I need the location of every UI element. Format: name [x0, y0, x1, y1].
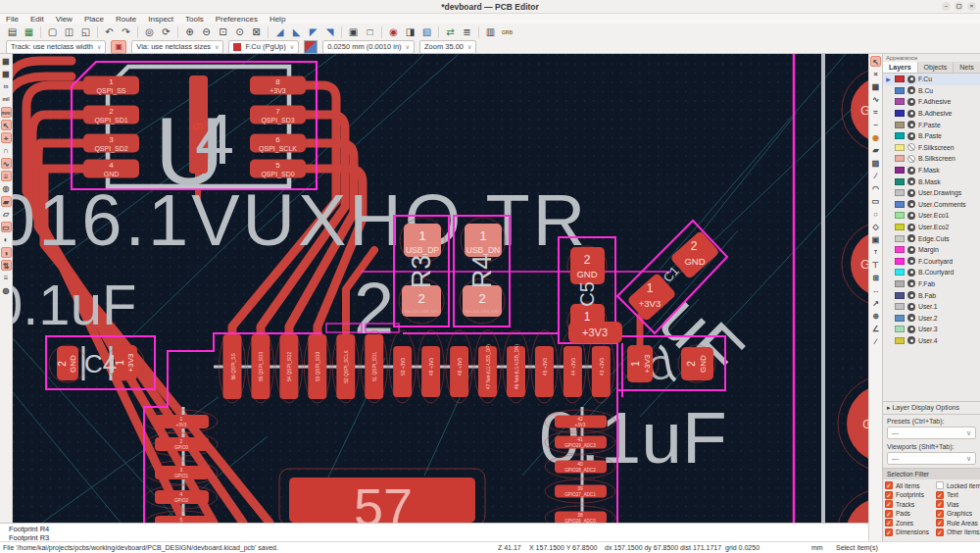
layer-row-user.4[interactable]: User.4 — [883, 335, 980, 347]
drc-icon[interactable]: ◉ — [386, 25, 401, 39]
properties-panel-icon[interactable]: ≡ — [1, 273, 12, 283]
layer-color-swatch[interactable] — [895, 337, 905, 344]
visibility-eye-icon[interactable] — [907, 167, 915, 175]
layer-color-swatch[interactable] — [895, 87, 905, 94]
search-panel-icon[interactable]: ◍ — [1, 285, 12, 296]
menu-file[interactable]: File — [0, 15, 24, 24]
layer-row-margin[interactable]: Margin — [883, 244, 980, 256]
layer-manager-icon[interactable]: ▥ — [483, 25, 498, 39]
ratsnest-visibility-icon[interactable]: ∩ — [1, 145, 12, 156]
draw-rect-icon[interactable]: ▭ — [870, 196, 881, 207]
layer-row-b.fab[interactable]: B.Fab — [883, 289, 980, 301]
layer-row-user.eco2[interactable]: User.Eco2 — [883, 222, 980, 233]
layer-row-f.adhesive[interactable]: F.Adhesive — [883, 96, 980, 108]
visibility-eye-icon[interactable] — [907, 291, 915, 299]
dimension-icon[interactable]: ↔ — [870, 285, 881, 296]
visibility-eye-icon[interactable] — [907, 303, 915, 311]
page-settings-icon[interactable]: ▢ — [45, 25, 60, 39]
pad-outline-icon[interactable]: ▭ — [1, 222, 12, 232]
layer-color-swatch[interactable] — [895, 303, 905, 310]
3d-viewer-icon[interactable]: ▧ — [419, 25, 434, 39]
checkbox-checked-icon[interactable]: ✓ — [936, 510, 944, 518]
layer-color-swatch[interactable] — [895, 132, 905, 139]
layer-row-f.courtyard[interactable]: F.Courtyard — [883, 256, 980, 268]
script-console-icon[interactable]: ≣ — [460, 25, 474, 39]
layer-color-swatch[interactable] — [895, 315, 905, 322]
filter-graphics[interactable]: ✓Graphics — [936, 510, 979, 518]
filter-zones[interactable]: ✓Zones — [885, 519, 936, 527]
active-layer-select[interactable]: F.Cu (PgUp) ∨ — [228, 40, 299, 54]
layer-row-f.mask[interactable]: F.Mask — [883, 165, 980, 176]
curved-ratsnest-icon[interactable]: ∿ — [1, 158, 12, 169]
layer-color-swatch[interactable] — [895, 246, 905, 253]
add-zone-icon[interactable]: ▰ — [870, 145, 881, 156]
draw-polygon-icon[interactable]: ◇ — [870, 222, 881, 232]
crosshair-icon[interactable]: + — [1, 132, 12, 143]
via-outline-icon[interactable]: ◎ — [1, 183, 12, 194]
layer-color-swatch[interactable] — [895, 292, 905, 299]
layer-color-swatch[interactable] — [895, 269, 905, 276]
grid-overrides-icon[interactable]: ▩ — [1, 69, 12, 79]
maximize-button[interactable]: ▢ — [955, 2, 963, 11]
filter-locked-items[interactable]: Locked items — [936, 481, 979, 489]
layer-row-b.paste[interactable]: B.Paste — [883, 130, 980, 142]
visibility-eye-icon[interactable] — [907, 132, 915, 140]
checkbox-checked-icon[interactable]: ✓ — [885, 500, 893, 508]
units-mm-icon[interactable]: mm — [1, 107, 12, 118]
checkbox-checked-icon[interactable]: ✓ — [885, 481, 893, 489]
visibility-eye-icon[interactable] — [907, 314, 915, 322]
filter-rule-areas[interactable]: ✓Rule Areas — [936, 519, 979, 527]
checkbox-checked-icon[interactable]: ✓ — [885, 528, 893, 536]
zoom-out-icon[interactable]: ⊖ — [199, 25, 214, 39]
dim-layers-icon[interactable]: ◐ — [1, 234, 12, 245]
visibility-eye-icon[interactable] — [907, 98, 915, 106]
menu-route[interactable]: Route — [110, 15, 142, 24]
layer-row-user.eco1[interactable]: User.Eco1 — [883, 210, 980, 222]
via-size-select[interactable]: Via: use netclass sizes ∨ — [131, 40, 223, 54]
visibility-eye-icon[interactable] — [907, 336, 915, 344]
local-ratsnest-icon[interactable]: × — [870, 69, 881, 79]
add-text-icon[interactable]: T — [870, 247, 881, 258]
zoom-fit-icon[interactable]: ⊡ — [216, 25, 230, 39]
checkbox-unchecked-icon[interactable] — [936, 481, 944, 489]
grid-origin-icon[interactable]: ⊕ — [870, 311, 881, 322]
route-track-icon[interactable]: ∿ — [870, 94, 881, 105]
mitre-icon[interactable]: ◥ — [322, 25, 337, 39]
layer-row-user.3[interactable]: User.3 — [883, 324, 980, 335]
visibility-eye-icon[interactable] — [907, 279, 915, 287]
layer-color-swatch[interactable] — [895, 75, 905, 82]
checkbox-checked-icon[interactable]: ✓ — [936, 500, 944, 508]
track-width-select[interactable]: Track: use netclass width ∨ — [6, 40, 106, 54]
tune-length-icon[interactable]: ~ — [870, 120, 881, 130]
checkbox-checked-icon[interactable]: ✓ — [885, 519, 893, 527]
layer-color-swatch[interactable] — [895, 144, 905, 151]
zoom-in-icon[interactable]: ⊕ — [182, 25, 197, 39]
zone-outline-icon[interactable]: ▱ — [1, 209, 12, 220]
flip-view-icon[interactable]: ⇅ — [1, 260, 12, 271]
menu-view[interactable]: View — [50, 15, 78, 24]
menu-preferences[interactable]: Preferences — [210, 15, 264, 24]
zoom-objects-icon[interactable]: ⊙ — [232, 25, 247, 39]
add-table-icon[interactable]: ⊞ — [870, 273, 881, 283]
filter-text[interactable]: ✓Text — [936, 491, 979, 499]
units-mils-icon[interactable]: mil — [1, 94, 12, 105]
high-contrast-icon[interactable]: ◑ — [1, 247, 12, 258]
visibility-eye-icon[interactable] — [907, 234, 915, 242]
draw-circle-icon[interactable]: ○ — [870, 209, 881, 220]
pcb-canvas[interactable]: 016.1VUXHO TR 0.1uF 2 uF 0.1uF — [13, 54, 868, 523]
update-pcb-icon[interactable]: ⇄ — [443, 25, 458, 39]
checkbox-checked-icon[interactable]: ✓ — [936, 519, 944, 527]
save-icon[interactable]: ▤ — [5, 25, 20, 39]
visibility-eye-icon[interactable] — [907, 257, 915, 265]
print-icon[interactable]: ◫ — [62, 25, 76, 39]
filter-other-items[interactable]: ✓Other items — [936, 528, 979, 536]
auto-track-width-button[interactable]: ▣ — [111, 40, 126, 54]
refresh-icon[interactable]: ⟳ — [159, 25, 173, 39]
menu-edit[interactable]: Edit — [24, 15, 50, 24]
visibility-eye-icon[interactable] — [907, 177, 915, 185]
zoom-selection-icon[interactable]: ⊠ — [249, 25, 264, 39]
pad-3v3[interactable]: +3V3 — [568, 322, 622, 343]
layer-color-swatch[interactable] — [895, 224, 905, 230]
layer-color-swatch[interactable] — [895, 235, 905, 242]
layer-color-swatch[interactable] — [895, 155, 905, 162]
